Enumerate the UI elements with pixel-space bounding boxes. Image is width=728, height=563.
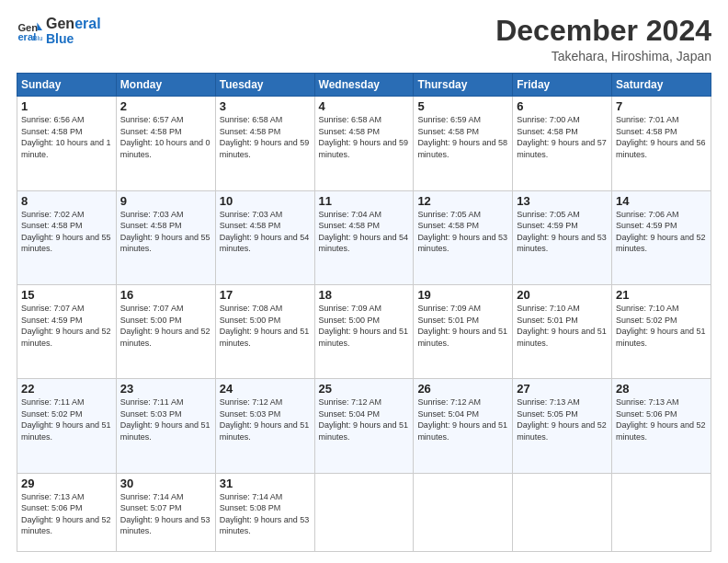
calendar-cell: 20Sunrise: 7:10 AMSunset: 5:01 PMDayligh… xyxy=(513,284,612,378)
header-day-monday: Monday xyxy=(116,74,215,97)
calendar-cell xyxy=(612,473,711,551)
cell-info: Sunrise: 7:10 AMSunset: 5:02 PMDaylight:… xyxy=(616,303,707,349)
week-row-3: 15Sunrise: 7:07 AMSunset: 4:59 PMDayligh… xyxy=(17,284,711,378)
week-row-2: 8Sunrise: 7:02 AMSunset: 4:58 PMDaylight… xyxy=(17,190,711,284)
cell-info: Sunrise: 7:07 AMSunset: 5:00 PMDaylight:… xyxy=(120,303,211,349)
week-row-1: 1Sunrise: 6:56 AMSunset: 4:58 PMDaylight… xyxy=(17,97,711,190)
cell-info: Sunrise: 7:11 AMSunset: 5:03 PMDaylight:… xyxy=(120,396,211,442)
day-number: 23 xyxy=(120,382,211,396)
day-number: 19 xyxy=(417,288,508,302)
calendar-cell: 2Sunrise: 6:57 AMSunset: 4:58 PMDaylight… xyxy=(116,97,215,190)
day-number: 2 xyxy=(120,99,211,113)
day-number: 6 xyxy=(517,99,608,113)
day-number: 13 xyxy=(517,194,608,208)
logo: Gen eral Blue General Blue xyxy=(17,15,101,47)
cell-info: Sunrise: 7:10 AMSunset: 5:01 PMDaylight:… xyxy=(517,303,608,349)
logo-icon: Gen eral Blue xyxy=(17,17,42,43)
cell-info: Sunrise: 7:05 AMSunset: 4:58 PMDaylight:… xyxy=(417,209,508,255)
cell-info: Sunrise: 6:57 AMSunset: 4:58 PMDaylight:… xyxy=(120,114,211,160)
day-number: 5 xyxy=(417,99,508,113)
cell-info: Sunrise: 6:58 AMSunset: 4:58 PMDaylight:… xyxy=(220,114,311,160)
day-number: 4 xyxy=(319,99,410,113)
day-number: 15 xyxy=(21,288,112,302)
cell-info: Sunrise: 7:07 AMSunset: 4:59 PMDaylight:… xyxy=(21,303,112,349)
logo-text-blue: Blue xyxy=(46,32,101,46)
day-number: 24 xyxy=(220,382,311,396)
calendar-cell: 21Sunrise: 7:10 AMSunset: 5:02 PMDayligh… xyxy=(612,284,711,378)
header-day-friday: Friday xyxy=(513,74,612,97)
day-number: 20 xyxy=(517,288,608,302)
calendar-cell: 31Sunrise: 7:14 AMSunset: 5:08 PMDayligh… xyxy=(215,473,314,551)
cell-info: Sunrise: 7:13 AMSunset: 5:06 PMDaylight:… xyxy=(616,396,707,442)
calendar-cell: 13Sunrise: 7:05 AMSunset: 4:59 PMDayligh… xyxy=(513,190,612,284)
cell-info: Sunrise: 7:11 AMSunset: 5:02 PMDaylight:… xyxy=(21,396,112,442)
day-number: 12 xyxy=(417,194,508,208)
calendar-cell: 29Sunrise: 7:13 AMSunset: 5:06 PMDayligh… xyxy=(17,473,117,551)
day-number: 29 xyxy=(21,477,112,490)
cell-info: Sunrise: 7:02 AMSunset: 4:58 PMDaylight:… xyxy=(21,209,112,255)
cell-info: Sunrise: 7:03 AMSunset: 4:58 PMDaylight:… xyxy=(120,209,211,255)
header-day-sunday: Sunday xyxy=(17,74,117,97)
logo-text-general: General xyxy=(46,15,101,32)
day-number: 22 xyxy=(21,382,112,396)
calendar-cell: 6Sunrise: 7:00 AMSunset: 4:58 PMDaylight… xyxy=(513,97,612,190)
day-number: 11 xyxy=(319,194,410,208)
day-number: 26 xyxy=(417,382,508,396)
calendar-cell xyxy=(414,473,513,551)
day-number: 17 xyxy=(220,288,311,302)
calendar-cell: 28Sunrise: 7:13 AMSunset: 5:06 PMDayligh… xyxy=(612,379,711,473)
header-day-wednesday: Wednesday xyxy=(314,74,414,97)
day-number: 1 xyxy=(21,99,112,113)
day-number: 3 xyxy=(220,99,311,113)
day-number: 31 xyxy=(220,477,311,490)
calendar-cell: 18Sunrise: 7:09 AMSunset: 5:00 PMDayligh… xyxy=(314,284,414,378)
cell-info: Sunrise: 7:03 AMSunset: 4:58 PMDaylight:… xyxy=(220,209,311,255)
calendar-cell xyxy=(513,473,612,551)
svg-marker-2 xyxy=(37,23,42,30)
calendar-body: 1Sunrise: 6:56 AMSunset: 4:58 PMDaylight… xyxy=(17,97,711,552)
day-number: 30 xyxy=(120,477,211,490)
cell-info: Sunrise: 7:13 AMSunset: 5:05 PMDaylight:… xyxy=(517,396,608,442)
header-day-thursday: Thursday xyxy=(414,74,513,97)
cell-info: Sunrise: 7:05 AMSunset: 4:59 PMDaylight:… xyxy=(517,209,608,255)
calendar-cell: 1Sunrise: 6:56 AMSunset: 4:58 PMDaylight… xyxy=(17,97,117,190)
page-header: Gen eral Blue General Blue December 2024… xyxy=(17,15,711,63)
calendar-cell: 16Sunrise: 7:07 AMSunset: 5:00 PMDayligh… xyxy=(116,284,215,378)
cell-info: Sunrise: 7:12 AMSunset: 5:03 PMDaylight:… xyxy=(220,396,311,442)
calendar-cell: 17Sunrise: 7:08 AMSunset: 5:00 PMDayligh… xyxy=(215,284,314,378)
header-day-tuesday: Tuesday xyxy=(215,74,314,97)
calendar-cell: 26Sunrise: 7:12 AMSunset: 5:04 PMDayligh… xyxy=(414,379,513,473)
cell-info: Sunrise: 7:01 AMSunset: 4:58 PMDaylight:… xyxy=(616,114,707,160)
calendar-cell: 14Sunrise: 7:06 AMSunset: 4:59 PMDayligh… xyxy=(612,190,711,284)
calendar-cell: 3Sunrise: 6:58 AMSunset: 4:58 PMDaylight… xyxy=(215,97,314,190)
cell-info: Sunrise: 7:14 AMSunset: 5:08 PMDaylight:… xyxy=(220,491,311,537)
calendar-cell: 5Sunrise: 6:59 AMSunset: 4:58 PMDaylight… xyxy=(414,97,513,190)
cell-info: Sunrise: 6:58 AMSunset: 4:58 PMDaylight:… xyxy=(319,114,410,160)
day-number: 28 xyxy=(616,382,707,396)
calendar-header: SundayMondayTuesdayWednesdayThursdayFrid… xyxy=(17,74,711,97)
cell-info: Sunrise: 7:04 AMSunset: 4:58 PMDaylight:… xyxy=(319,209,410,255)
week-row-5: 29Sunrise: 7:13 AMSunset: 5:06 PMDayligh… xyxy=(17,473,711,551)
day-number: 27 xyxy=(517,382,608,396)
calendar-cell: 30Sunrise: 7:14 AMSunset: 5:07 PMDayligh… xyxy=(116,473,215,551)
calendar-cell: 12Sunrise: 7:05 AMSunset: 4:58 PMDayligh… xyxy=(414,190,513,284)
cell-info: Sunrise: 7:00 AMSunset: 4:58 PMDaylight:… xyxy=(517,114,608,160)
header-day-saturday: Saturday xyxy=(612,74,711,97)
calendar-cell: 9Sunrise: 7:03 AMSunset: 4:58 PMDaylight… xyxy=(116,190,215,284)
cell-info: Sunrise: 7:13 AMSunset: 5:06 PMDaylight:… xyxy=(21,491,112,537)
day-number: 9 xyxy=(120,194,211,208)
cell-info: Sunrise: 7:08 AMSunset: 5:00 PMDaylight:… xyxy=(220,303,311,349)
cell-info: Sunrise: 7:14 AMSunset: 5:07 PMDaylight:… xyxy=(120,491,211,537)
calendar-cell: 8Sunrise: 7:02 AMSunset: 4:58 PMDaylight… xyxy=(17,190,117,284)
cell-info: Sunrise: 7:12 AMSunset: 5:04 PMDaylight:… xyxy=(319,396,410,442)
calendar-cell: 7Sunrise: 7:01 AMSunset: 4:58 PMDaylight… xyxy=(612,97,711,190)
calendar-cell: 22Sunrise: 7:11 AMSunset: 5:02 PMDayligh… xyxy=(17,379,117,473)
cell-info: Sunrise: 6:56 AMSunset: 4:58 PMDaylight:… xyxy=(21,114,112,160)
calendar-page: Gen eral Blue General Blue December 2024… xyxy=(0,0,728,563)
location-subtitle: Takehara, Hiroshima, Japan xyxy=(495,49,711,63)
month-title: December 2024 xyxy=(495,15,711,47)
cell-info: Sunrise: 6:59 AMSunset: 4:58 PMDaylight:… xyxy=(417,114,508,160)
day-number: 21 xyxy=(616,288,707,302)
svg-text:Blue: Blue xyxy=(33,34,43,42)
cell-info: Sunrise: 7:06 AMSunset: 4:59 PMDaylight:… xyxy=(616,209,707,255)
